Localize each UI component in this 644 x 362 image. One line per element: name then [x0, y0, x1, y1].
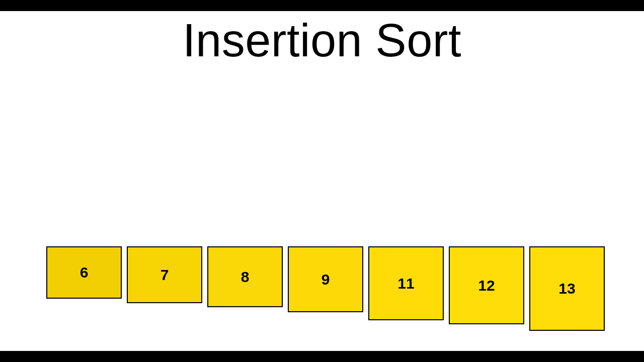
array-element: 11: [368, 246, 444, 320]
array-element: 12: [449, 246, 524, 324]
array-value: 13: [558, 280, 575, 297]
array-element: 6: [46, 246, 122, 299]
slide-title: Insertion Sort: [0, 14, 644, 67]
array-value: 6: [80, 264, 89, 281]
array-value: 11: [397, 275, 414, 292]
array-value: 7: [160, 266, 169, 284]
array-element: 7: [127, 246, 202, 303]
letterbox-top: [0, 0, 644, 11]
letterbox-bottom: [0, 351, 644, 362]
array-element: 9: [288, 246, 363, 312]
array-value: 8: [241, 268, 250, 286]
array-element: 8: [207, 246, 283, 307]
array-element: 13: [529, 246, 605, 331]
array-value: 12: [478, 277, 495, 294]
array-value: 9: [321, 271, 330, 288]
